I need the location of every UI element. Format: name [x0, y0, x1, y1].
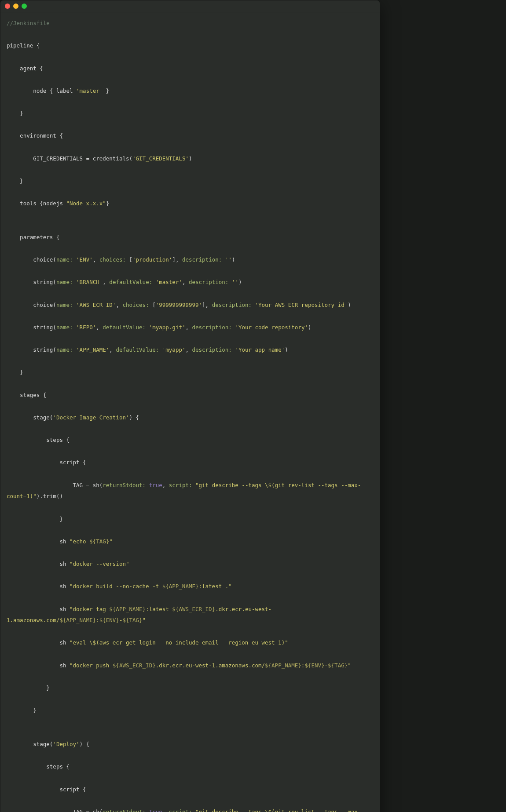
minimize-icon[interactable]	[13, 4, 18, 9]
maximize-icon[interactable]	[22, 4, 27, 9]
close-icon[interactable]	[5, 4, 10, 9]
code-comment: //Jenkinsfile	[7, 20, 50, 26]
code-content: //Jenkinsfile pipeline { agent { node { …	[0, 12, 380, 812]
code-editor-window: //Jenkinsfile pipeline { agent { node { …	[0, 0, 380, 812]
window-titlebar	[0, 0, 380, 12]
